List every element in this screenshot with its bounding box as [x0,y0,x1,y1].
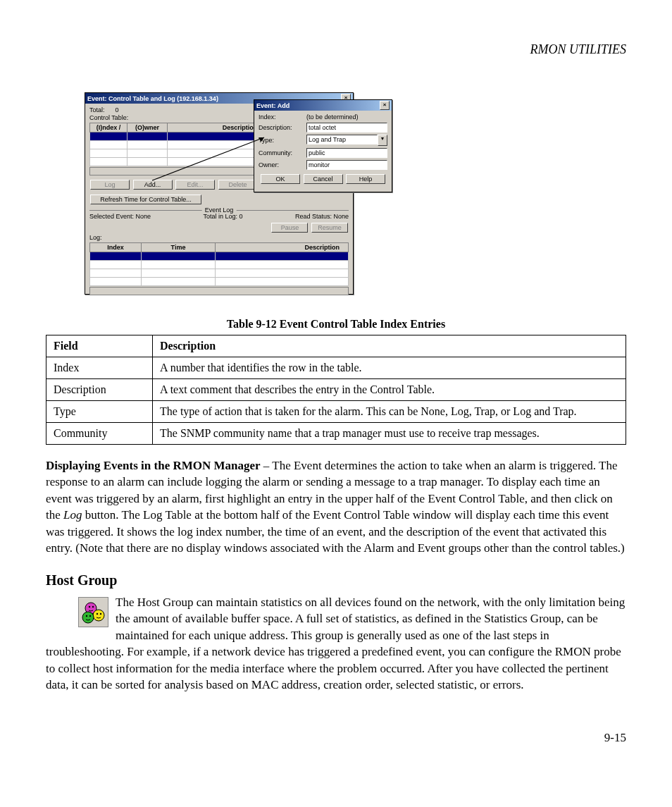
svg-point-8 [100,613,101,615]
svg-point-3 [93,610,104,621]
help-button[interactable]: Help [346,174,385,184]
cancel-button[interactable]: Cancel [304,174,343,184]
read-status: Read Status: None [295,213,349,220]
window-title: Event: Control Table and Log (192.168.1.… [87,95,218,102]
close-icon[interactable]: × [380,101,390,110]
chevron-down-icon[interactable]: ▼ [378,135,387,146]
host-group-icon [78,597,108,627]
table-row: Description A text comment that describe… [46,379,626,401]
total-label: Total: [89,106,105,113]
ok-button[interactable]: OK [261,174,300,184]
log-table: Index Time Description [89,242,349,286]
total-value: 0 [116,106,119,113]
th-description: Description [153,335,626,357]
table-row: Type The type of action that is taken fo… [46,401,626,423]
host-group-paragraph: The Host Group can maintain statistics o… [46,594,626,694]
col-owner[interactable]: (O)wner [127,123,168,133]
svg-point-6 [92,606,94,608]
delete-button[interactable]: Delete [218,180,258,190]
svg-point-10 [89,615,91,617]
svg-point-5 [89,606,90,608]
svg-point-9 [86,615,87,617]
field-description-table: Field Description Index A number that id… [46,335,626,445]
screenshot-figure: Event: Control Table and Log (192.168.1.… [85,92,394,297]
event-log-legend: Event Log [202,207,237,214]
owner-input[interactable]: monitor [306,160,387,170]
owner-label: Owner: [259,161,306,168]
event-add-dialog: Event: Add × Index: (to be determined) D… [254,99,392,192]
table-row: Index A number that identifies the row i… [46,357,626,379]
description-label: Description: [259,124,306,131]
community-input[interactable]: public [306,148,387,158]
log-col-description[interactable]: Description [216,243,349,252]
community-label: Community: [259,149,306,156]
log-scrollbar[interactable] [89,287,349,295]
type-dropdown[interactable]: Log and Trap ▼ [306,135,387,146]
host-group-heading: Host Group [46,572,626,589]
resume-button[interactable]: Resume [311,223,348,233]
page-header: RMON UTILITIES [46,42,626,57]
add-button[interactable]: Add... [133,180,173,190]
dialog-title: Event: Add [256,102,290,109]
total-in-log: Total in Log: 0 [203,213,242,220]
svg-point-4 [82,612,94,623]
index-value: (to be determined) [306,113,387,121]
index-label: Index: [259,113,306,121]
col-index[interactable]: (I)ndex / [90,123,127,133]
pause-button[interactable]: Pause [271,223,308,233]
edit-button[interactable]: Edit... [175,180,215,190]
log-label: Log: [89,234,349,241]
description-input[interactable]: total octet [306,123,387,133]
svg-point-7 [97,613,98,615]
table-row: Community The SNMP community name that a… [46,423,626,445]
refresh-button[interactable]: Refresh Time for Control Table... [90,195,201,204]
log-button[interactable]: Log [90,180,130,190]
displaying-events-paragraph: Displaying Events in the RMON Manager – … [46,457,626,557]
th-field: Field [46,335,153,357]
log-col-index[interactable]: Index [90,243,142,252]
table-caption: Table 9-12 Event Control Table Index Ent… [46,318,626,331]
selected-event: Selected Event: None [89,213,151,220]
page-number: 9-15 [46,731,626,745]
type-label: Type: [259,137,306,144]
log-col-time[interactable]: Time [142,243,216,252]
